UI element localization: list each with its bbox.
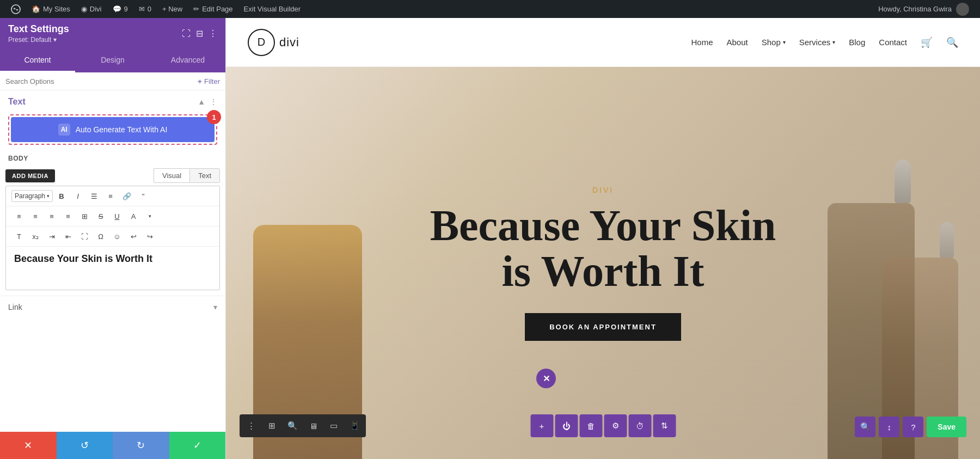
text-color-chevron[interactable]: ▾ xyxy=(142,209,157,224)
tab-visual[interactable]: Visual xyxy=(154,168,189,183)
delete-module-button[interactable]: 🗑 xyxy=(579,414,602,437)
section-menu-icon[interactable]: ⋮ xyxy=(210,97,217,106)
bold-button[interactable]: B xyxy=(54,188,69,204)
cart-icon[interactable]: 🛒 xyxy=(921,36,933,48)
editor-content-area[interactable]: Because Your Skin is Worth It xyxy=(6,246,219,290)
align-justify-button[interactable]: ≡ xyxy=(60,209,76,224)
search-rows-button[interactable]: 🔍 xyxy=(282,415,303,436)
link-chevron-icon: ▾ xyxy=(213,303,217,311)
blockquote-button[interactable]: " xyxy=(136,188,151,204)
strikethrough-button[interactable]: S xyxy=(93,209,108,224)
exit-builder-btn[interactable]: Exit Visual Builder xyxy=(238,0,307,18)
bottom-center-toolbar: + ⏻ 🗑 ⚙ ⏱ ⇅ xyxy=(530,414,676,437)
divi-icon: ◉ xyxy=(81,5,87,13)
search-input[interactable] xyxy=(5,77,197,85)
columns-icon[interactable]: ⊟ xyxy=(196,28,203,39)
history-button[interactable]: ⏱ xyxy=(628,414,651,437)
tab-text[interactable]: Text xyxy=(189,168,220,183)
nav-shop[interactable]: Shop ▾ xyxy=(762,38,786,47)
tab-design[interactable]: Design xyxy=(75,49,150,72)
redo-button[interactable]: ↻ xyxy=(113,432,169,459)
home-icon: 🏠 xyxy=(32,5,40,13)
edit-page-btn[interactable]: ✏ Edit Page xyxy=(188,0,238,18)
my-sites-menu[interactable]: 🏠 My Sites xyxy=(26,0,76,18)
divi-menu[interactable]: ◉ Divi xyxy=(76,0,107,18)
editor-top-row: ADD MEDIA Visual Text xyxy=(0,166,225,186)
unordered-list-button[interactable]: ☰ xyxy=(87,188,102,204)
ai-generate-button[interactable]: AI Auto Generate Text With AI xyxy=(11,117,215,142)
section-header-icons: ▲ ⋮ xyxy=(198,97,217,106)
panel-footer: ✕ ↺ ↻ ✓ xyxy=(0,432,225,459)
fullscreen-icon[interactable]: ⛶ xyxy=(182,29,191,39)
admin-bar-right: Howdy, Christina Gwira xyxy=(878,3,975,16)
power-button[interactable]: ⏻ xyxy=(555,414,578,437)
nav-about[interactable]: About xyxy=(726,38,748,47)
collapse-icon[interactable]: ▲ xyxy=(198,97,205,106)
table-button[interactable]: ⊞ xyxy=(77,209,92,224)
paste-text-button[interactable]: T xyxy=(11,229,27,244)
redo-toolbar-button[interactable]: ↪ xyxy=(142,229,157,244)
undo-button[interactable]: ↩ xyxy=(126,229,141,244)
tablet-view-button[interactable]: ▭ xyxy=(323,415,344,436)
link-section: Link ▾ xyxy=(0,296,225,318)
rows-menu-button[interactable]: ⋮ xyxy=(241,415,261,436)
emoji-button[interactable]: ☺ xyxy=(109,229,125,244)
grid-button[interactable]: ⊞ xyxy=(261,415,282,436)
ordered-list-button[interactable]: ≡ xyxy=(103,188,118,204)
comments-menu[interactable]: 💬 9 xyxy=(107,0,133,18)
avatar xyxy=(956,3,969,16)
mobile-view-button[interactable]: 📱 xyxy=(344,415,365,436)
wp-admin-bar: 🏠 My Sites ◉ Divi 💬 9 ✉ 0 + New ✏ Edit P… xyxy=(0,0,980,18)
visual-text-tabs: Visual Text xyxy=(154,168,220,183)
reset-button[interactable]: ↺ xyxy=(57,432,113,459)
outdent-button[interactable]: ⇤ xyxy=(60,229,76,244)
underline-button[interactable]: U xyxy=(109,209,125,224)
paragraph-select[interactable]: Paragraph ▾ xyxy=(11,190,53,202)
subscript-button[interactable]: x₂ xyxy=(28,229,43,244)
special-char-button[interactable]: Ω xyxy=(93,229,108,244)
align-center-button[interactable]: ≡ xyxy=(28,209,43,224)
desktop-view-button[interactable]: 🖥 xyxy=(303,415,323,436)
indent-button[interactable]: ⇥ xyxy=(44,229,59,244)
panel-title: Text Settings xyxy=(8,23,69,35)
search-builder-button[interactable]: 🔍 xyxy=(855,417,875,437)
panel-body: Text ▲ ⋮ AI Auto Generate Text With AI 1… xyxy=(0,90,225,432)
align-right-button[interactable]: ≡ xyxy=(44,209,59,224)
nav-home[interactable]: Home xyxy=(691,38,713,47)
link-section-header[interactable]: Link ▾ xyxy=(0,296,225,318)
more-options-icon[interactable]: ⋮ xyxy=(209,28,217,39)
link-label: Link xyxy=(8,303,22,311)
wp-logo[interactable] xyxy=(5,0,26,18)
text-color-button[interactable]: A xyxy=(126,209,141,224)
canvas-area: D divi Home About Shop ▾ Services ▾ Blog… xyxy=(226,18,980,459)
new-content-menu[interactable]: + New xyxy=(157,0,188,18)
expand-button[interactable]: ⛶ xyxy=(77,229,92,244)
settings-module-button[interactable]: ⚙ xyxy=(604,414,627,437)
toolbar-row2: ≡ ≡ ≡ ≡ ⊞ S U A ▾ xyxy=(6,206,219,226)
panel-header-icons: ⛶ ⊟ ⋮ xyxy=(182,28,217,39)
nav-search-icon[interactable]: 🔍 xyxy=(946,36,958,48)
nav-blog[interactable]: Blog xyxy=(849,38,865,47)
help-button[interactable]: ? xyxy=(903,417,923,437)
messages-menu[interactable]: ✉ 0 xyxy=(133,0,157,18)
filter-button[interactable]: + + Filter xyxy=(197,77,220,85)
confirm-button[interactable]: ✓ xyxy=(169,432,226,459)
tab-content[interactable]: Content xyxy=(0,49,75,72)
save-button[interactable]: Save xyxy=(927,417,966,437)
panel-preset[interactable]: Preset: Default ▾ xyxy=(8,36,69,44)
purple-close-button[interactable]: ✕ xyxy=(536,369,556,388)
hero-content: DIVI Because Your Skin is Worth It BOOK … xyxy=(413,186,794,341)
cancel-button[interactable]: ✕ xyxy=(0,432,57,459)
nav-contact[interactable]: Contact xyxy=(879,38,907,47)
tab-advanced[interactable]: Advanced xyxy=(150,49,225,72)
resize-button[interactable]: ⇅ xyxy=(653,414,676,437)
panel-tabs: Content Design Advanced xyxy=(0,49,225,72)
add-module-button[interactable]: + xyxy=(530,414,553,437)
align-left-button[interactable]: ≡ xyxy=(11,209,27,224)
layers-button[interactable]: ↕ xyxy=(879,417,899,437)
italic-button[interactable]: I xyxy=(70,188,85,204)
add-media-button[interactable]: ADD MEDIA xyxy=(5,169,55,182)
hero-cta-button[interactable]: BOOK AN APPOINTMENT xyxy=(525,313,681,341)
link-button[interactable]: 🔗 xyxy=(119,188,134,204)
nav-services[interactable]: Services ▾ xyxy=(799,38,836,47)
